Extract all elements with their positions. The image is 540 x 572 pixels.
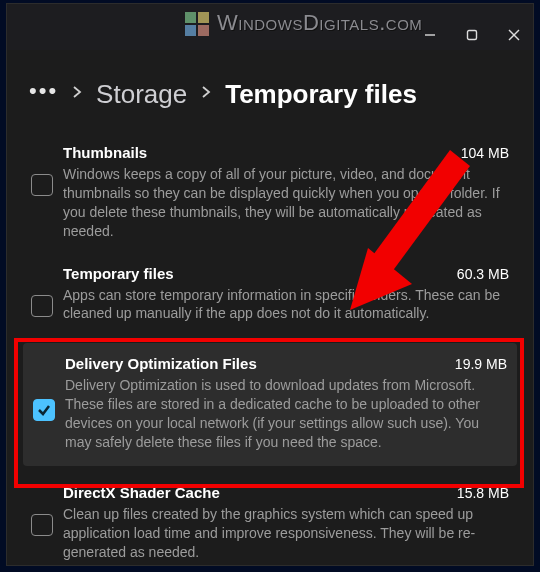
temp-files-list: Thumbnails 104 MB Windows keeps a copy o… <box>29 140 511 568</box>
item-description: Apps can store temporary information in … <box>63 286 509 324</box>
item-title: Thumbnails <box>63 144 451 161</box>
breadcrumb-storage-link[interactable]: Storage <box>96 79 187 110</box>
item-description: Clean up files created by the graphics s… <box>63 505 509 562</box>
watermark-text: WindowsDigitals.com <box>217 10 422 36</box>
item-description: Windows keeps a copy of all of your pict… <box>63 165 509 241</box>
list-item-directx-shader-cache[interactable]: DirectX Shader Cache 15.8 MB Clean up fi… <box>29 480 511 568</box>
checkbox-thumbnails[interactable] <box>31 174 53 196</box>
item-title: Temporary files <box>63 265 447 282</box>
item-size: 104 MB <box>451 145 509 161</box>
page-title: Temporary files <box>225 79 417 110</box>
list-item-temporary-files[interactable]: Temporary files 60.3 MB Apps can store t… <box>29 261 511 330</box>
svg-rect-1 <box>468 31 477 40</box>
close-button[interactable] <box>505 26 523 44</box>
window-controls <box>421 26 523 44</box>
list-item-thumbnails[interactable]: Thumbnails 104 MB Windows keeps a copy o… <box>29 140 511 247</box>
title-bar: WindowsDigitals.com <box>7 4 533 50</box>
item-title: Delivery Optimization Files <box>65 355 445 372</box>
settings-window: WindowsDigitals.com ••• Storage Temporar… <box>6 3 534 566</box>
chevron-right-icon <box>201 85 211 103</box>
breadcrumb-ellipsis-button[interactable]: ••• <box>29 78 58 110</box>
item-size: 15.8 MB <box>447 485 509 501</box>
checkbox-temporary-files[interactable] <box>31 295 53 317</box>
minimize-button[interactable] <box>421 26 439 44</box>
checkbox-delivery-optimization[interactable] <box>33 399 55 421</box>
maximize-button[interactable] <box>463 26 481 44</box>
chevron-right-icon <box>72 85 82 103</box>
checkbox-directx-shader-cache[interactable] <box>31 514 53 536</box>
item-size: 19.9 MB <box>445 356 507 372</box>
item-title: DirectX Shader Cache <box>63 484 447 501</box>
list-item-delivery-optimization[interactable]: Delivery Optimization Files 19.9 MB Deli… <box>23 343 517 466</box>
item-description: Delivery Optimization is used to downloa… <box>65 376 507 452</box>
breadcrumb: ••• Storage Temporary files <box>29 78 511 110</box>
content-area: ••• Storage Temporary files Thumbnails 1… <box>7 50 533 565</box>
watermark-logo-icon <box>185 12 209 36</box>
item-size: 60.3 MB <box>447 266 509 282</box>
